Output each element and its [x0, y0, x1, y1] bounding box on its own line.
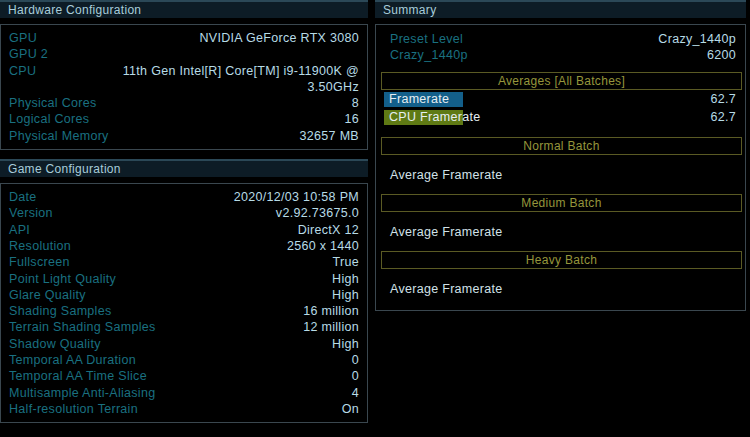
- config-row: Temporal AA Time Slice 0: [1, 368, 367, 384]
- config-row: Logical Cores 16: [1, 111, 367, 127]
- row-value: 0: [352, 352, 359, 368]
- config-row: CPU 11th Gen Intel[R] Core[TM] i9-11900K…: [1, 63, 367, 96]
- row-value: 6200: [707, 47, 736, 63]
- row-label: Date: [9, 189, 37, 205]
- row-value: DirectX 12: [298, 222, 359, 238]
- row-label: Point Light Quality: [9, 271, 116, 287]
- row-value: High: [332, 336, 359, 352]
- row-label: API: [9, 222, 30, 238]
- medium-batch-header: Medium Batch: [381, 194, 742, 212]
- framerate-value: 62.7: [710, 92, 736, 106]
- framerate-highlight: Framerate: [384, 92, 463, 107]
- config-row: Point Light Quality High: [1, 271, 367, 287]
- config-row: API DirectX 12: [1, 222, 367, 238]
- config-row: Version v2.92.73675.0: [1, 205, 367, 221]
- row-value: 16 million: [303, 303, 359, 319]
- row-value: 4: [352, 385, 359, 401]
- section-title: Summary: [383, 3, 436, 17]
- summary-header: Summary: [375, 0, 746, 18]
- heavy-batch-average-row: Average Framerate: [376, 281, 745, 297]
- config-row: Resolution 2560 x 1440: [1, 238, 367, 254]
- config-row: Shadow Quality High: [1, 336, 367, 352]
- row-label: Temporal AA Duration: [9, 352, 136, 368]
- right-column: Summary Preset Level Crazy_1440p Crazy_1…: [375, 0, 746, 437]
- config-row: Half-resolution Terrain On: [1, 401, 367, 417]
- row-label: Average Framerate: [390, 281, 503, 297]
- row-value: 12 million: [303, 319, 359, 335]
- row-value: 16: [344, 111, 359, 127]
- section-title: Hardware Configuration: [8, 3, 141, 17]
- row-value: 8: [352, 95, 359, 111]
- row-label: GPU: [9, 30, 37, 46]
- row-label: Shading Samples: [9, 303, 111, 319]
- medium-batch-average-row: Average Framerate: [376, 224, 745, 240]
- row-value: High: [332, 287, 359, 303]
- row-value: v2.92.73675.0: [276, 205, 359, 221]
- row-label: Terrain Shading Samples: [9, 319, 156, 335]
- row-label: Fullscreen: [9, 254, 70, 270]
- row-value: Crazy_1440p: [658, 31, 736, 47]
- row-label: Preset Level: [390, 31, 463, 47]
- row-value: On: [342, 401, 359, 417]
- row-value: 0: [352, 368, 359, 384]
- row-label: Logical Cores: [9, 111, 89, 127]
- hardware-configuration-panel: GPU NVIDIA GeForce RTX 3080 GPU 2 CPU 11…: [0, 24, 368, 150]
- row-label: Version: [9, 205, 53, 221]
- normal-batch-header: Normal Batch: [381, 137, 742, 155]
- config-row: Fullscreen True: [1, 254, 367, 270]
- game-configuration-header: Game Configuration: [0, 159, 368, 177]
- summary-row: Crazy_1440p 6200: [376, 47, 745, 63]
- config-row: Terrain Shading Samples 12 million: [1, 319, 367, 335]
- row-label: Shadow Quality: [9, 336, 101, 352]
- config-row: Multisample Anti-Aliasing 4: [1, 385, 367, 401]
- row-label: Half-resolution Terrain: [9, 401, 138, 417]
- summary-row: Preset Level Crazy_1440p: [376, 31, 745, 47]
- section-title: Game Configuration: [8, 162, 121, 176]
- left-column: Hardware Configuration GPU NVIDIA GeForc…: [0, 0, 368, 437]
- config-row: Shading Samples 16 million: [1, 303, 367, 319]
- row-label: Multisample Anti-Aliasing: [9, 385, 155, 401]
- row-label: Average Framerate: [390, 224, 503, 240]
- normal-batch-average-row: Average Framerate: [376, 167, 745, 183]
- row-label: CPU: [9, 63, 36, 79]
- config-row: Date 2020/12/03 10:58 PM: [1, 189, 367, 205]
- row-label: GPU 2: [9, 46, 48, 62]
- cpu-framerate-value: 62.7: [710, 110, 736, 124]
- row-value: True: [333, 254, 359, 270]
- config-row: Physical Memory 32657 MB: [1, 128, 367, 144]
- row-label: Average Framerate: [390, 167, 503, 183]
- row-value: High: [332, 271, 359, 287]
- row-value: NVIDIA GeForce RTX 3080: [199, 30, 359, 46]
- row-label: Glare Quality: [9, 287, 86, 303]
- config-row: Physical Cores 8: [1, 95, 367, 111]
- row-label: Crazy_1440p: [390, 47, 468, 63]
- config-row: GPU NVIDIA GeForce RTX 3080: [1, 30, 367, 46]
- summary-panel: Preset Level Crazy_1440p Crazy_1440p 620…: [375, 24, 746, 311]
- config-row: Temporal AA Duration 0: [1, 352, 367, 368]
- game-configuration-panel: Date 2020/12/03 10:58 PM Version v2.92.7…: [0, 183, 368, 423]
- cpu-framerate-row: CPU Framerate 62.7: [376, 109, 745, 126]
- cpu-framerate-highlight: CPU Framerate: [384, 110, 463, 125]
- row-value: 32657 MB: [300, 128, 359, 144]
- config-row: Glare Quality High: [1, 287, 367, 303]
- row-value: 11th Gen Intel[R] Core[TM] i9-11900K @ 3…: [97, 63, 359, 96]
- row-label: Physical Cores: [9, 95, 97, 111]
- benchmark-results-screen: Hardware Configuration GPU NVIDIA GeForc…: [0, 0, 750, 437]
- row-label: Temporal AA Time Slice: [9, 368, 147, 384]
- row-value: 2020/12/03 10:58 PM: [234, 189, 359, 205]
- row-value: 2560 x 1440: [287, 238, 359, 254]
- config-row: GPU 2: [1, 46, 367, 62]
- averages-all-batches-header: Averages [All Batches]: [381, 72, 742, 90]
- row-label: Resolution: [9, 238, 71, 254]
- heavy-batch-header: Heavy Batch: [381, 251, 742, 269]
- hardware-configuration-header: Hardware Configuration: [0, 0, 368, 18]
- framerate-row: Framerate 62.7: [376, 91, 745, 108]
- row-label: Physical Memory: [9, 128, 109, 144]
